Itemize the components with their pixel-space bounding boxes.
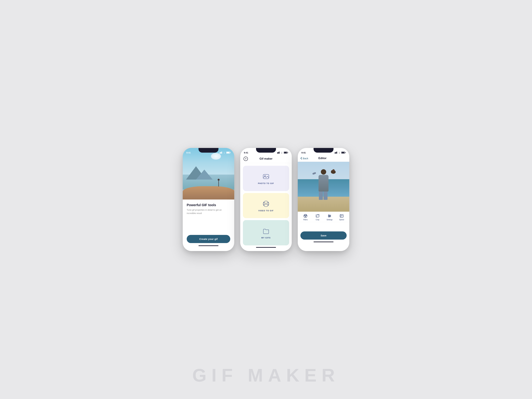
svg-point-33 [304, 215, 305, 216]
svg-rect-8 [277, 152, 278, 154]
phone-2: 9:41 ? Gif maker PHOTO T [240, 148, 292, 251]
back-label: Back [303, 157, 308, 160]
nav-title-2: Gif maker [260, 157, 272, 160]
speed-tool[interactable]: Speed [336, 214, 348, 221]
svg-rect-3 [222, 152, 222, 154]
svg-point-42 [329, 216, 329, 217]
filters-tool[interactable]: Filters [299, 214, 311, 221]
editor-image [298, 162, 349, 212]
svg-rect-11 [279, 152, 280, 154]
notch-3 [314, 148, 334, 153]
status-icons-1 [220, 152, 231, 154]
svg-rect-15 [284, 152, 287, 153]
video-to-gif-card[interactable]: VIDEO TO GIF [243, 193, 289, 218]
svg-rect-16 [263, 174, 269, 179]
svg-rect-36 [317, 215, 319, 217]
svg-point-18 [263, 201, 269, 207]
svg-rect-0 [220, 152, 220, 154]
status-icons-3 [335, 152, 346, 154]
status-time-3: 9:41 [301, 152, 306, 154]
video-icon [262, 200, 270, 208]
leg-right [323, 191, 328, 200]
notch-1 [198, 148, 218, 153]
crop-label: Crop [316, 219, 319, 221]
settings-label: Settings [327, 219, 332, 221]
svg-point-35 [305, 216, 306, 217]
svg-rect-14 [288, 152, 288, 153]
editor-title: Editor [318, 157, 327, 160]
description-text: Tune gif properties in detail to get an … [187, 208, 230, 215]
video-label: VIDEO TO GIF [258, 210, 274, 212]
svg-point-21 [267, 202, 268, 203]
person-with-dog [316, 169, 331, 203]
mygifs-label: MY GIFS [261, 237, 271, 239]
photo-to-gif-card[interactable]: PHOTO TO GIF [243, 166, 289, 191]
svg-rect-43 [340, 215, 343, 217]
phones-container: 9:41 Powerful GIF tools Tune gif propert… [183, 148, 349, 251]
svg-rect-24 [335, 152, 335, 154]
notch-2 [256, 148, 276, 153]
svg-point-22 [264, 204, 265, 205]
svg-point-19 [265, 203, 267, 205]
my-gifs-card[interactable]: MY GIFS [243, 220, 289, 245]
ground [183, 186, 234, 200]
save-button[interactable]: Save [300, 231, 347, 240]
save-section: Save [298, 222, 349, 251]
svg-point-34 [306, 215, 306, 216]
leg-left [319, 191, 323, 200]
watermark: GIF MAKER [192, 365, 340, 386]
svg-point-4 [224, 153, 225, 154]
create-gif-button[interactable]: Create your gif [187, 235, 230, 243]
filters-label: Filters [303, 219, 308, 221]
hero-image [183, 148, 234, 200]
main-heading: Powerful GIF tools [187, 203, 230, 207]
person-head [321, 169, 326, 175]
crop-tool[interactable]: Crop [311, 214, 324, 221]
home-indicator-1 [198, 245, 218, 246]
folder-icon [262, 228, 270, 235]
phone1-content: Powerful GIF tools Tune gif properties i… [183, 200, 234, 251]
svg-point-23 [267, 204, 268, 205]
svg-rect-1 [220, 152, 221, 154]
phone-1: 9:41 Powerful GIF tools Tune gif propert… [183, 148, 234, 251]
legs [319, 191, 328, 200]
svg-rect-31 [342, 152, 344, 153]
settings-tool[interactable]: Settings [323, 214, 336, 221]
svg-rect-30 [345, 152, 346, 153]
svg-point-40 [329, 215, 329, 216]
person-figure [216, 179, 221, 190]
svg-point-20 [264, 202, 265, 203]
svg-rect-9 [278, 152, 278, 154]
home-indicator-3 [314, 241, 334, 242]
svg-rect-6 [230, 152, 231, 153]
menu-items: PHOTO TO GIF VIDEO TO GIF [240, 163, 292, 245]
person-body [318, 175, 329, 191]
svg-rect-27 [337, 152, 337, 154]
svg-rect-25 [335, 152, 336, 154]
mountain-right [196, 170, 213, 180]
back-button[interactable]: Back [300, 157, 308, 160]
svg-point-12 [282, 153, 282, 154]
speed-label: Speed [339, 219, 344, 221]
svg-rect-26 [336, 152, 336, 154]
home-indicator-2 [256, 247, 276, 248]
svg-point-41 [330, 216, 330, 216]
status-icons-2 [277, 152, 288, 154]
status-time-2: 9:41 [244, 152, 248, 154]
svg-rect-2 [221, 152, 222, 154]
status-time-1: 9:41 [186, 152, 191, 154]
help-icon[interactable]: ? [244, 157, 248, 161]
photo-icon [262, 173, 270, 181]
editor-toolbar: Filters Crop Settings [298, 212, 349, 222]
svg-rect-7 [227, 152, 229, 153]
text-section: Powerful GIF tools Tune gif properties i… [187, 203, 230, 215]
phone-3: 9:41 Back Editor [298, 148, 349, 251]
svg-point-28 [339, 153, 340, 154]
svg-rect-10 [279, 152, 279, 154]
photo-label: PHOTO TO GIF [258, 182, 274, 184]
